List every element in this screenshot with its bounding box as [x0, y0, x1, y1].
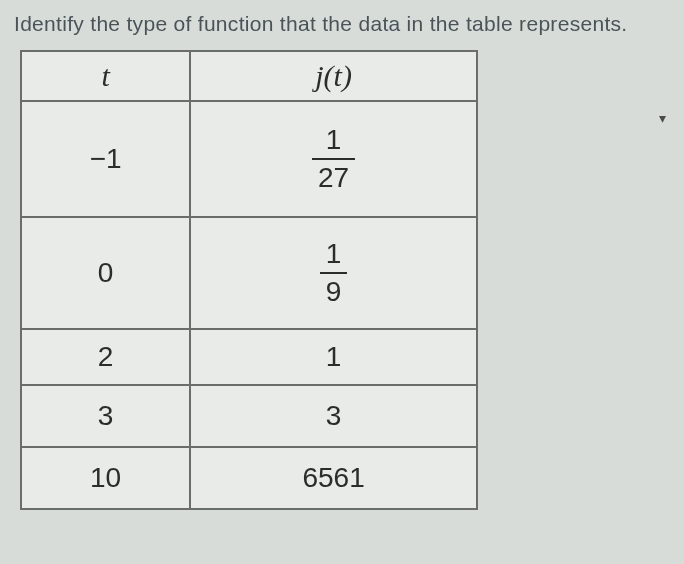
cell-jt-1: 1 9 — [190, 217, 477, 329]
cell-jt-4: 6561 — [190, 447, 477, 509]
data-table: t j(t) −1 1 27 0 1 9 2 1 3 3 10 6561 — [20, 50, 478, 510]
table-row: −1 1 27 — [21, 101, 477, 217]
denominator-0: 27 — [312, 158, 355, 194]
table-row: 0 1 9 — [21, 217, 477, 329]
cell-jt-0: 1 27 — [190, 101, 477, 217]
var-t-label: t — [101, 59, 109, 92]
caret-down-icon: ▾ — [659, 110, 666, 126]
var-jt-label: j(t) — [315, 59, 352, 92]
numerator-1: 1 — [320, 238, 348, 272]
cell-t-1: 0 — [21, 217, 190, 329]
fraction-1: 1 9 — [320, 238, 348, 308]
fraction-0: 1 27 — [312, 124, 355, 194]
header-t: t — [21, 51, 190, 101]
cell-jt-2: 1 — [190, 329, 477, 385]
table-row: 3 3 — [21, 385, 477, 447]
cell-jt-3: 3 — [190, 385, 477, 447]
denominator-1: 9 — [320, 272, 348, 308]
table-row: 2 1 — [21, 329, 477, 385]
question-text: Identify the type of function that the d… — [14, 12, 670, 36]
cell-t-0: −1 — [21, 101, 190, 217]
table-row: 10 6561 — [21, 447, 477, 509]
cell-t-4: 10 — [21, 447, 190, 509]
cell-t-2: 2 — [21, 329, 190, 385]
cell-t-3: 3 — [21, 385, 190, 447]
numerator-0: 1 — [320, 124, 348, 158]
header-jt: j(t) — [190, 51, 477, 101]
table-header-row: t j(t) — [21, 51, 477, 101]
